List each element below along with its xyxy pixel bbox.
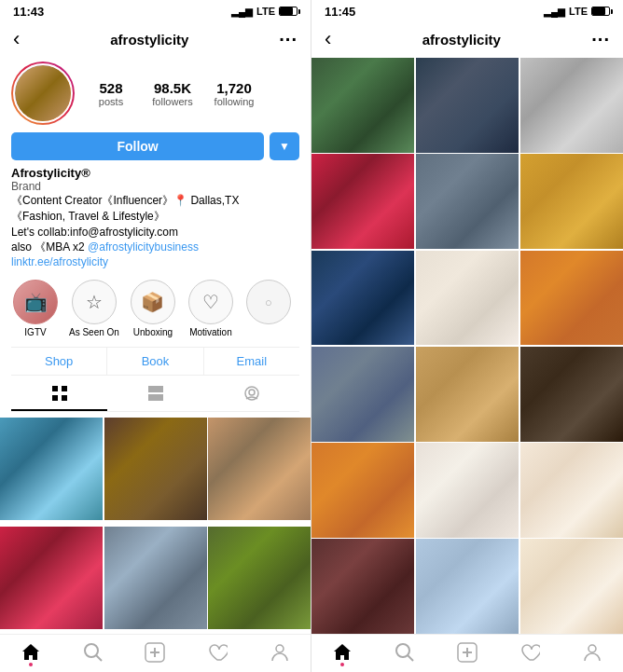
battery-icon-right — [591, 7, 610, 16]
highlight-unboxing[interactable]: 📦 Unboxing — [129, 280, 177, 337]
svg-point-7 — [249, 390, 255, 395]
right-photo-1[interactable] — [312, 58, 414, 153]
profile-section-left: 528 posts 98.5K followers 1,720 followin… — [0, 58, 311, 418]
right-photo-13[interactable] — [312, 443, 414, 538]
photo-cell-6[interactable] — [208, 527, 311, 629]
highlight-label-igtv: IGTV — [24, 327, 46, 337]
svg-rect-4 — [148, 386, 163, 392]
followers-stat[interactable]: 98.5K followers — [149, 80, 196, 107]
followers-label: followers — [152, 96, 192, 107]
right-photo-5[interactable] — [416, 154, 519, 249]
svg-rect-5 — [148, 394, 163, 401]
highlight-label-asso: As Seen On — [69, 327, 119, 337]
nav-heart-left[interactable] — [187, 642, 249, 663]
add-icon-right — [457, 642, 478, 663]
right-photo-6[interactable] — [520, 154, 623, 249]
right-photo-11[interactable] — [416, 347, 519, 442]
right-photo-18[interactable] — [520, 539, 623, 634]
right-photo-16[interactable] — [312, 539, 414, 634]
grid-icon — [51, 385, 68, 402]
highlight-circle-asso: ☆ — [72, 280, 117, 324]
right-photo-10[interactable] — [312, 347, 414, 442]
photo-cell-4[interactable] — [0, 527, 103, 629]
action-tab-email[interactable]: Email — [204, 348, 299, 375]
highlight-asso[interactable]: ☆ As Seen On — [69, 280, 119, 337]
battery-fill-left — [280, 7, 293, 15]
more-options-left[interactable]: ··· — [279, 29, 298, 50]
right-photo-17[interactable] — [416, 539, 519, 634]
action-tabs: Shop Book Email — [11, 347, 299, 376]
nav-heart-right[interactable] — [498, 642, 561, 663]
nav-add-right[interactable] — [436, 642, 499, 663]
nav-home-right[interactable] — [312, 642, 374, 663]
nav-header-left: ‹ afrostylicity ··· — [0, 21, 311, 58]
follow-row: Follow ▼ — [11, 132, 299, 160]
heart-icon-left — [207, 642, 228, 663]
grid-tab-grid[interactable] — [11, 377, 107, 411]
nav-profile-left[interactable] — [248, 642, 311, 663]
photo-cell-3[interactable] — [208, 418, 311, 520]
network-type-right: LTE — [569, 6, 588, 17]
avatar-wrapper[interactable] — [11, 62, 75, 125]
following-stat[interactable]: 1,720 following — [211, 80, 257, 107]
grid-tab-single[interactable] — [107, 377, 203, 411]
nav-add-left[interactable] — [124, 642, 187, 663]
back-button-left[interactable]: ‹ — [13, 27, 20, 51]
status-time-left: 11:43 — [13, 5, 44, 19]
action-tab-book[interactable]: Book — [107, 348, 203, 375]
more-options-right[interactable]: ··· — [591, 29, 610, 50]
right-photo-14[interactable] — [416, 443, 519, 538]
signal-icon-right: ▂▄▆ — [544, 7, 565, 17]
bio-section: Afrostylicity® Brand 《Content Creator《In… — [11, 166, 299, 268]
highlight-label-unboxing: Unboxing — [133, 327, 173, 337]
highlight-circle-unboxing: 📦 — [131, 280, 175, 324]
highlight-label-motivation: Motivation — [189, 327, 232, 337]
nav-search-left[interactable] — [62, 642, 125, 663]
highlight-igtv[interactable]: 📺 IGTV — [11, 280, 60, 337]
status-bar-left: 11:43 ▂▄▆ LTE — [0, 0, 311, 21]
right-photo-4[interactable] — [312, 154, 414, 249]
photo-cell-5[interactable] — [104, 527, 207, 629]
search-icon-left — [83, 642, 104, 663]
posts-stat: 528 posts — [88, 80, 134, 107]
follow-button[interactable]: Follow — [11, 132, 264, 160]
bio-mention[interactable]: @afrostylicitybusiness — [88, 240, 199, 254]
bio-name: Afrostylicity® — [11, 166, 299, 180]
highlight-extra[interactable]: ○ — [244, 280, 293, 337]
nav-home-left[interactable] — [0, 642, 62, 663]
tagged-icon — [243, 385, 260, 402]
stats-row: 528 posts 98.5K followers 1,720 followin… — [88, 80, 299, 107]
right-photo-12[interactable] — [520, 347, 623, 442]
highlight-icon-motivation: ♡ — [202, 291, 219, 313]
follow-dropdown-button[interactable]: ▼ — [270, 132, 299, 160]
nav-dot-right — [340, 663, 344, 666]
following-count: 1,720 — [216, 80, 252, 96]
bio-line4: also 《MBA x2 @afrostylicitybusiness — [11, 240, 299, 255]
nav-profile-right[interactable] — [561, 642, 623, 663]
right-photo-9[interactable] — [520, 251, 623, 346]
photo-cell-2[interactable] — [104, 418, 207, 520]
status-bar-right: 11:45 ▂▄▆ LTE — [312, 0, 623, 21]
highlight-circle-motivation: ♡ — [188, 280, 233, 324]
highlight-icon-igtv: 📺 — [24, 291, 48, 313]
grid-tab-tagged[interactable] — [203, 377, 299, 411]
status-time-right: 11:45 — [325, 5, 355, 19]
right-photo-8[interactable] — [416, 251, 519, 346]
right-photo-3[interactable] — [520, 58, 623, 153]
right-photo-15[interactable] — [520, 443, 623, 538]
right-photo-7[interactable] — [312, 251, 414, 346]
highlight-icon-extra: ○ — [265, 295, 272, 309]
svg-point-13 — [276, 645, 284, 652]
battery-fill-right — [592, 7, 605, 15]
bio-link[interactable]: linktr.ee/afrostylicity — [11, 255, 299, 268]
home-icon-right — [332, 642, 353, 663]
back-button-right[interactable]: ‹ — [325, 27, 331, 51]
right-photo-2[interactable] — [416, 58, 519, 153]
left-phone-panel: 11:43 ▂▄▆ LTE ‹ afrostylicity ··· 528 — [0, 0, 312, 672]
highlight-motivation[interactable]: ♡ Motivation — [187, 280, 235, 337]
action-tab-shop[interactable]: Shop — [11, 348, 107, 375]
posts-count: 528 — [99, 80, 122, 96]
nav-search-right[interactable] — [374, 642, 436, 663]
photo-cell-1[interactable] — [0, 418, 103, 520]
svg-point-14 — [396, 644, 409, 657]
